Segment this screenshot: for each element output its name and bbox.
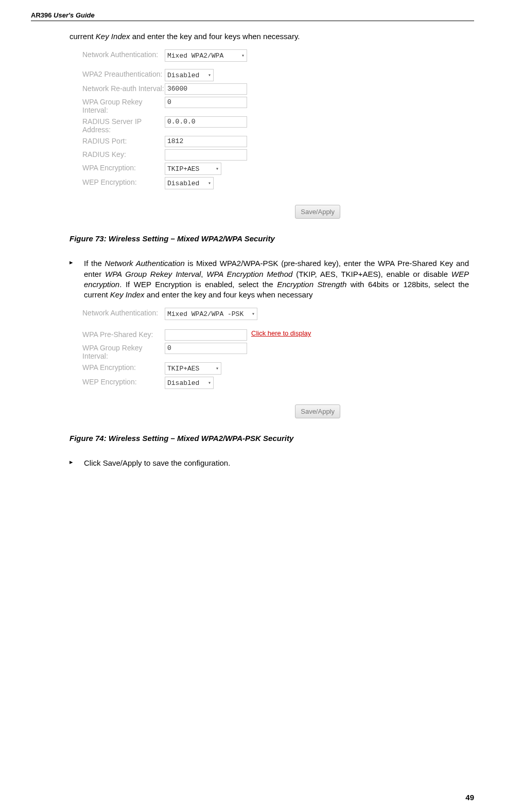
group-rekey-label-2: WPA Group Rekey Interval: <box>82 343 165 360</box>
chevron-down-icon: ▾ <box>241 52 245 59</box>
net-auth-label: Network Authentication: <box>82 49 165 59</box>
wpa-enc-select-2[interactable]: TKIP+AES ▾ <box>165 362 221 375</box>
wpa2-preauth-label: WPA2 Preauthentication: <box>82 69 165 78</box>
group-rekey-label: WPA Group Rekey Interval: <box>82 97 165 114</box>
form2: Network Authentication: Mixed WPA2/WPA -… <box>82 308 474 418</box>
bullet-1-content: If the Network Authentication is Mixed W… <box>84 258 469 300</box>
group-rekey-input[interactable]: 0 <box>165 97 247 108</box>
wpa-enc-label: WPA Encryption: <box>82 163 165 172</box>
radius-key-label: RADIUS Key: <box>82 149 165 158</box>
reauth-label: Network Re-auth Interval: <box>82 83 165 93</box>
bullet-marker-icon: ▸ <box>69 258 84 300</box>
wpa-enc-label-2: WPA Encryption: <box>82 362 165 372</box>
chevron-down-icon: ▾ <box>252 311 255 317</box>
header-subtitle: User's Guide <box>51 11 94 19</box>
figure-73-caption: Figure 73: Wireless Setting – Mixed WPA2… <box>69 234 474 243</box>
chevron-down-icon: ▾ <box>208 180 211 186</box>
header-bar: AR396 User's Guide <box>31 10 474 21</box>
radius-ip-input[interactable]: 0.0.0.0 <box>165 116 247 128</box>
save-apply-button-2[interactable]: Save/Apply <box>295 404 340 418</box>
wep-enc-label: WEP Encryption: <box>82 177 165 186</box>
figure-74-caption: Figure 74: Wireless Setting – Mixed WPA2… <box>69 434 474 443</box>
net-auth-value-2: Mixed WPA2/WPA -PSK <box>167 310 243 318</box>
wpa-enc-value-2: TKIP+AES <box>167 365 199 373</box>
intro-text: current Key Index and enter the key and … <box>69 31 469 42</box>
bullet-marker-icon: ▸ <box>69 458 84 468</box>
net-auth-select[interactable]: Mixed WPA2/WPA ▾ <box>165 49 247 62</box>
chevron-down-icon: ▾ <box>216 365 219 372</box>
bullet-item-2: ▸ Click Save/Apply to save the configura… <box>69 458 469 468</box>
wpa2-preauth-value: Disabled <box>167 72 199 79</box>
wep-enc-label-2: WEP Encryption: <box>82 377 165 386</box>
wep-enc-select[interactable]: Disabled ▾ <box>165 177 214 189</box>
wep-enc-value: Disabled <box>167 180 199 187</box>
wep-enc-value-2: Disabled <box>167 379 199 387</box>
net-auth-label-2: Network Authentication: <box>82 308 165 317</box>
radius-port-input[interactable]: 1812 <box>165 136 247 147</box>
form1: Network Authentication: Mixed WPA2/WPA ▾… <box>82 49 474 219</box>
radius-key-input[interactable] <box>165 149 247 161</box>
radius-ip-label: RADIUS Server IP Address: <box>82 116 165 134</box>
header-title: AR396 User's Guide <box>31 11 95 19</box>
wpa-enc-select[interactable]: TKIP+AES ▾ <box>165 163 221 175</box>
chevron-down-icon: ▾ <box>208 72 211 78</box>
bullet-item-1: ▸ If the Network Authentication is Mixed… <box>69 258 469 300</box>
wep-enc-select-2[interactable]: Disabled ▾ <box>165 377 214 389</box>
model-name: AR396 <box>31 11 51 19</box>
wpa-enc-value: TKIP+AES <box>167 165 199 173</box>
wpa2-preauth-select[interactable]: Disabled ▾ <box>165 69 214 81</box>
group-rekey-input-2[interactable]: 0 <box>165 343 247 354</box>
net-auth-value: Mixed WPA2/WPA <box>167 52 223 60</box>
psk-label: WPA Pre-Shared Key: <box>82 329 165 339</box>
bullet-2-content: Click Save/Apply to save the configurati… <box>84 458 469 468</box>
reauth-input[interactable]: 36000 <box>165 83 247 95</box>
psk-input[interactable] <box>165 329 247 341</box>
click-here-link[interactable]: Click here to display <box>251 329 311 337</box>
radius-port-label: RADIUS Port: <box>82 136 165 145</box>
chevron-down-icon: ▾ <box>208 380 211 386</box>
net-auth-select-2[interactable]: Mixed WPA2/WPA -PSK ▾ <box>165 308 257 320</box>
save-apply-button[interactable]: Save/Apply <box>295 205 340 219</box>
chevron-down-icon: ▾ <box>216 166 219 172</box>
